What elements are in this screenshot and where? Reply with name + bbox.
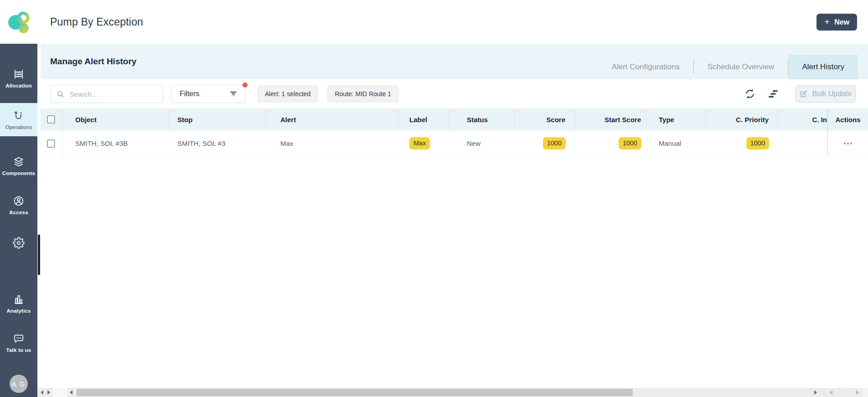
user-avatar[interactable]: A G [10, 375, 28, 393]
scrollbar-corner [863, 388, 868, 397]
row-actions-menu-button[interactable] [842, 140, 854, 147]
cell-alert: Max [266, 130, 398, 156]
app-root: Pump By Exception + New Allocation Opera… [0, 0, 868, 397]
tab-bar: Alert Configurations Schedule Overview A… [598, 55, 858, 79]
table-row: SMITH, SOL #3B SMITH, SOL #3 Max Max New… [41, 130, 868, 157]
scrollbar-separator [824, 389, 824, 396]
sidebar: Allocation Operations Components Access [0, 44, 37, 397]
row-checkbox-cell [41, 130, 62, 156]
sidebar-item-label: Analytics [7, 308, 31, 314]
tab-schedule-overview[interactable]: Schedule Overview [694, 55, 788, 79]
column-header-type[interactable]: Type [646, 108, 706, 130]
sidebar-item-settings[interactable] [0, 237, 37, 249]
app-logo [0, 0, 37, 44]
scroll-right-arrow-icon[interactable] [814, 390, 817, 395]
column-header-status[interactable]: Status [449, 108, 515, 130]
cell-start-score: 1000 [576, 130, 646, 156]
steps-icon [768, 88, 780, 100]
chat-bubble-icon [13, 333, 25, 345]
score-badge: 1000 [543, 137, 566, 150]
scroll-left-arrow-icon[interactable] [70, 390, 72, 395]
toolbar: Filters Alert: 1 selected Route: MID Rou… [41, 79, 868, 108]
scroll-right-arrow-icon[interactable] [47, 390, 50, 395]
edit-icon [799, 90, 807, 98]
tab-alert-history[interactable]: Alert History [788, 55, 858, 79]
search-box [50, 85, 163, 103]
column-header-alert[interactable]: Alert [266, 108, 398, 130]
row-checkbox[interactable] [47, 139, 55, 148]
filters-notification-dot [243, 82, 248, 88]
plus-icon: + [824, 17, 830, 26]
filters-label: Filters [180, 90, 200, 98]
cell-object: SMITH, SOL #3B [62, 130, 169, 156]
sidebar-scrollbar[interactable] [37, 44, 41, 388]
search-input[interactable] [69, 90, 158, 98]
column-header-stop[interactable]: Stop [169, 108, 266, 130]
layers-icon [13, 156, 25, 168]
route-icon [13, 110, 25, 122]
bulk-update-label: Bulk Update [812, 90, 852, 98]
bar-chart-icon [13, 294, 25, 305]
page-title: Pump By Exception [50, 16, 143, 28]
user-circle-icon [13, 195, 25, 207]
sidebar-item-label: Access [9, 210, 28, 215]
column-header-score[interactable]: Score [515, 108, 576, 130]
sidebar-item-components[interactable]: Components [0, 156, 37, 176]
sidebar-item-analytics[interactable]: Analytics [0, 294, 37, 314]
cell-type: Manual [646, 130, 706, 156]
column-header-actions: Actions [827, 108, 868, 130]
scroll-right-arrow-icon[interactable] [856, 390, 859, 395]
sidebar-scrollbar-thumb[interactable] [38, 235, 40, 275]
app-header: Pump By Exception + New [0, 0, 868, 44]
section-band: Manage Alert History Alert Configuration… [41, 44, 868, 79]
column-header-start-score[interactable]: Start Score [576, 108, 646, 130]
cell-stop: SMITH, SOL #3 [169, 130, 266, 156]
density-button[interactable] [768, 88, 780, 100]
start-score-badge: 1000 [619, 137, 641, 150]
abacus-icon [13, 68, 25, 80]
tab-alert-configurations[interactable]: Alert Configurations [598, 55, 693, 79]
sidebar-item-label: Components [2, 170, 35, 176]
filter-chip-route[interactable]: Route: MID Route 1 [327, 86, 398, 102]
sidebar-item-label: Allocation [5, 83, 32, 88]
cell-actions [827, 130, 868, 156]
section-title: Manage Alert History [50, 44, 136, 79]
cell-status: New [449, 130, 515, 156]
refresh-icon [744, 88, 756, 100]
scrollbar-thumb[interactable] [77, 389, 633, 396]
column-header-c-in[interactable]: C. In [778, 108, 827, 130]
new-button[interactable]: + New [816, 14, 857, 31]
filter-chip-alert[interactable]: Alert: 1 selected [258, 86, 318, 102]
sidebar-item-label: Talk to us [6, 347, 31, 353]
column-header-label[interactable]: Label [398, 108, 449, 130]
scroll-left-arrow-icon[interactable] [830, 390, 832, 395]
sidebar-item-allocation[interactable]: Allocation [0, 68, 37, 88]
sidebar-item-access[interactable]: Access [0, 195, 37, 215]
label-badge: Max [409, 137, 430, 150]
bulk-update-button[interactable]: Bulk Update [796, 85, 856, 103]
new-button-label: New [834, 18, 849, 26]
refresh-button[interactable] [744, 88, 756, 100]
column-header-object[interactable]: Object [62, 108, 169, 130]
cell-c-in [778, 130, 827, 156]
cell-c-priority: 1000 [706, 130, 778, 156]
sidebar-item-label: Operations [5, 124, 32, 130]
filters-button[interactable]: Filters [171, 85, 246, 103]
search-icon [56, 90, 65, 98]
brand-logo-icon [6, 9, 31, 35]
select-all-checkbox[interactable] [47, 115, 55, 124]
scroll-left-arrow-icon[interactable] [41, 390, 43, 395]
horizontal-scrollbar[interactable] [37, 388, 868, 397]
sidebar-item-talk-to-us[interactable]: Talk to us [0, 333, 37, 353]
gear-icon [13, 237, 25, 249]
c-priority-badge: 1000 [746, 137, 769, 150]
column-header-c-priority[interactable]: C. Priority [706, 108, 778, 130]
cell-label: Max [398, 130, 449, 156]
cell-score: 1000 [515, 130, 576, 156]
table-header: Object Stop Alert Label Status Score Sta… [41, 108, 868, 130]
filter-funnel-icon [229, 89, 238, 98]
scrollbar-gap [52, 388, 67, 397]
header-checkbox-cell [41, 108, 62, 130]
sidebar-item-operations[interactable]: Operations [0, 103, 37, 136]
